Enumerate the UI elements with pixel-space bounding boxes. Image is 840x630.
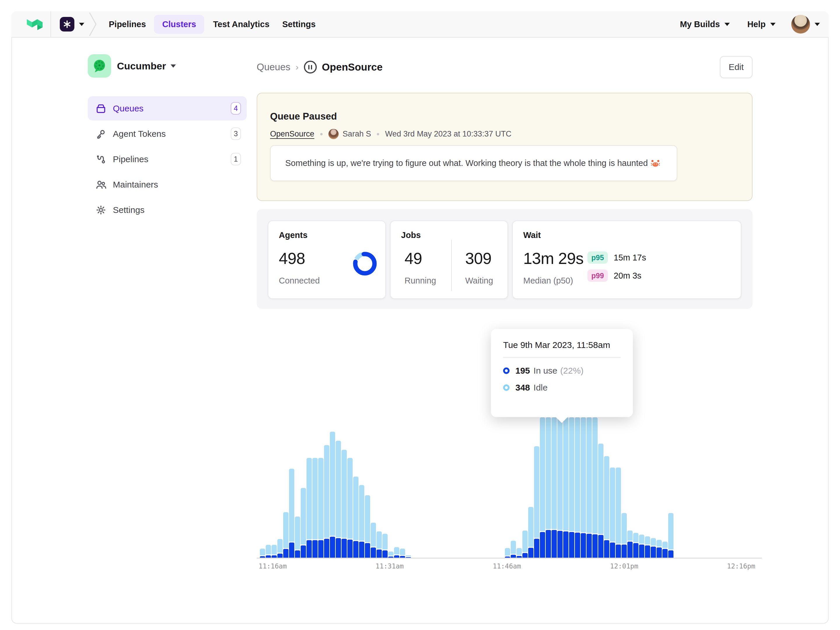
chart-bar[interactable]	[359, 485, 364, 558]
buildkite-logo[interactable]	[27, 18, 43, 30]
chart-bar[interactable]	[382, 534, 388, 558]
chart-bar[interactable]	[668, 513, 673, 558]
chart-bar[interactable]	[657, 540, 662, 558]
chart-bar[interactable]	[313, 458, 317, 558]
chart-bar[interactable]	[528, 507, 534, 558]
chart-bar[interactable]	[627, 531, 633, 558]
chart-bar[interactable]	[569, 417, 574, 558]
p95-value: 15m 17s	[614, 253, 646, 262]
dot-separator	[320, 133, 322, 135]
chart-bar[interactable]	[505, 548, 510, 558]
chart-bar[interactable]	[347, 458, 353, 558]
user-menu-caret-icon[interactable]	[815, 23, 820, 26]
org-switcher-button[interactable]	[60, 17, 74, 32]
sidebar-item-label: Agent Tokens	[113, 129, 166, 139]
chart-bar[interactable]	[662, 542, 668, 558]
sidebar-item-maintainers[interactable]: Maintainers	[88, 172, 247, 197]
chart-bar[interactable]	[388, 551, 393, 558]
chart-bar[interactable]	[400, 549, 405, 558]
chart-bar[interactable]	[260, 549, 265, 558]
chart-bar[interactable]	[289, 469, 294, 558]
paused-note: Something is up, we're trying to figure …	[270, 145, 677, 181]
chart-bar[interactable]	[592, 417, 598, 558]
sidebar-item-agent-tokens[interactable]: Agent Tokens 3	[88, 122, 247, 146]
chart-bar[interactable]	[318, 458, 324, 558]
chart-bar[interactable]	[283, 512, 289, 558]
chart-bar[interactable]	[587, 417, 592, 558]
chart-bar[interactable]	[266, 545, 271, 558]
chart-bar[interactable]	[540, 417, 545, 558]
queue-link[interactable]: OpenSource	[270, 129, 314, 139]
chart-bar[interactable]	[341, 450, 347, 558]
chart-bar[interactable]	[336, 441, 341, 558]
nav-test-analytics[interactable]: Test Analytics	[213, 19, 269, 29]
chart-bar[interactable]	[295, 516, 300, 558]
chart-bar[interactable]	[394, 547, 399, 558]
chart-bar[interactable]	[272, 545, 277, 558]
nav-pipelines[interactable]: Pipelines	[109, 19, 146, 29]
agents-card: Agents 498 Connected	[268, 221, 386, 299]
chart-bar[interactable]	[645, 536, 650, 558]
x-tick: 12:16pm	[727, 562, 755, 570]
chart-bar[interactable]	[557, 417, 563, 558]
nav-help[interactable]: Help	[747, 19, 766, 29]
my-builds-caret-icon[interactable]	[725, 23, 730, 26]
author-avatar	[328, 129, 339, 139]
nav-settings[interactable]: Settings	[282, 19, 316, 29]
chart-bar[interactable]	[365, 495, 370, 558]
chart-bar[interactable]	[581, 417, 586, 558]
chart-bar[interactable]	[604, 456, 609, 558]
chart-bar[interactable]	[598, 444, 603, 558]
in-use-value: 195	[515, 366, 530, 376]
chart-bar[interactable]	[575, 417, 580, 558]
chart-bar[interactable]	[523, 531, 527, 558]
chart-bar[interactable]	[406, 555, 411, 558]
sidebar-item-pipelines[interactable]: Pipelines 1	[88, 147, 247, 171]
chart-bar[interactable]	[516, 548, 522, 558]
user-avatar[interactable]	[791, 15, 810, 33]
chart-bar[interactable]	[301, 488, 306, 558]
chart-bar[interactable]	[353, 477, 358, 558]
idle-value: 348	[515, 383, 530, 393]
nav-clusters[interactable]: Clusters	[154, 15, 204, 34]
chart-bar[interactable]	[511, 541, 516, 558]
pause-icon	[304, 61, 317, 74]
chart-tooltip: Tue 9th Mar 2023, 11:58am 195 In use (22…	[491, 329, 633, 417]
edit-button[interactable]: Edit	[720, 56, 753, 78]
jobs-waiting-label: Waiting	[465, 276, 493, 286]
sidebar-item-queues[interactable]: Queues 4	[88, 96, 247, 120]
chart-bar[interactable]	[277, 539, 283, 558]
author-name: Sarah S	[343, 129, 371, 139]
help-caret-icon[interactable]	[770, 23, 775, 26]
jobs-waiting-value: 309	[465, 249, 493, 268]
chart-bar[interactable]	[563, 417, 568, 558]
chart-bar[interactable]	[639, 535, 644, 558]
p99-badge: p99	[587, 270, 608, 282]
breadcrumb-queues[interactable]: Queues	[257, 62, 291, 73]
chart-bar[interactable]	[377, 531, 382, 558]
nav-my-builds[interactable]: My Builds	[680, 19, 720, 29]
jobs-divider	[451, 240, 452, 291]
sidebar-item-settings[interactable]: Settings	[88, 198, 247, 222]
chart-bar[interactable]	[551, 417, 557, 558]
chart-bar[interactable]	[610, 467, 615, 558]
chart-bar[interactable]	[616, 467, 621, 558]
tooltip-title: Tue 9th Mar 2023, 11:58am	[503, 340, 621, 350]
chart-bar[interactable]	[324, 445, 329, 558]
breadcrumb: Queues › OpenSource	[257, 56, 383, 78]
chart-bar[interactable]	[546, 417, 551, 558]
chart-bar[interactable]	[622, 513, 627, 558]
chart-bar[interactable]	[371, 523, 376, 558]
cluster-caret-icon[interactable]	[171, 65, 176, 68]
chart-bar[interactable]	[633, 533, 638, 558]
org-caret-icon[interactable]	[79, 23, 84, 26]
wait-title: Wait	[523, 231, 541, 240]
cluster-header[interactable]: Cucumber	[88, 54, 176, 77]
chart-bar[interactable]	[534, 446, 539, 558]
sidebar-item-label: Pipelines	[113, 154, 148, 164]
chart-bar[interactable]	[330, 432, 335, 558]
idle-marker-icon	[503, 384, 510, 391]
chart-bar[interactable]	[306, 458, 312, 558]
paused-title: Queue Paused	[270, 111, 337, 122]
chart-bar[interactable]	[651, 538, 656, 558]
